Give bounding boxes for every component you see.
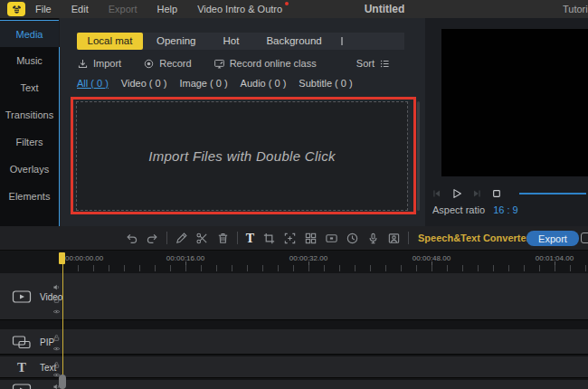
import-icon — [77, 58, 89, 70]
record-label: Record — [159, 58, 191, 69]
tab-background[interactable]: Background — [252, 33, 335, 50]
dropzone-hint-text: Import Files with Double Click — [148, 148, 336, 164]
sidebar-item-media[interactable]: Media — [0, 20, 59, 47]
toolbar-divider — [166, 232, 167, 244]
text-track-icon: T — [12, 360, 32, 375]
text-track-lane[interactable]: T Text — [0, 356, 588, 378]
partial-track-header — [12, 383, 32, 389]
record-online-class-label: Record online class — [230, 58, 317, 69]
menu-bar: File Edit Export Help Video Intro & Outr… — [0, 0, 588, 18]
seek-slider[interactable] — [519, 193, 586, 194]
menu-export: Export — [99, 0, 147, 18]
next-frame-icon[interactable] — [470, 187, 483, 200]
aspect-ratio-label: Aspect ratio — [432, 204, 485, 215]
menu-file[interactable]: File — [25, 0, 62, 18]
app-logo[interactable] — [7, 2, 25, 16]
import-button[interactable]: Import — [77, 58, 121, 70]
portrait-background-icon[interactable] — [387, 232, 401, 245]
video-preview — [441, 29, 588, 176]
aspect-ratio-row: Aspect ratio 16 : 9 — [432, 204, 518, 215]
tab-local-material[interactable]: Local mat — [77, 33, 143, 50]
delete-trash-icon[interactable] — [216, 232, 230, 245]
sort-label: Sort — [356, 58, 375, 69]
zoom-frame-icon[interactable] — [283, 232, 297, 245]
eye-icon[interactable] — [52, 308, 61, 316]
partial-icon[interactable] — [581, 232, 588, 243]
monitor-pencil-icon — [213, 58, 225, 70]
project-title: Untitled — [365, 0, 405, 18]
media-tabstrip: Local mat Opening Hot Background — [77, 33, 404, 50]
tab-opening[interactable]: Opening — [143, 33, 209, 50]
import-label: Import — [93, 58, 121, 69]
volume-icon[interactable] — [52, 283, 61, 291]
timeline-tracks: Video PIP T Text — [0, 273, 588, 389]
ruler-time-label: 00:01:04.00 — [536, 254, 574, 262]
timeline-ruler[interactable]: 00:00:00.00 00:00:16.00 00:00:32.00 00:0… — [0, 251, 588, 273]
aspect-ratio-value[interactable]: 16 : 9 — [493, 204, 518, 215]
record-button[interactable]: Record — [143, 58, 191, 70]
tutorial-link[interactable]: Tutorial — [563, 0, 588, 18]
export-button[interactable]: Export — [526, 231, 579, 246]
import-dropzone[interactable]: Import Files with Double Click — [76, 101, 408, 211]
ruler-time-label: 00:00:48.00 — [413, 254, 450, 262]
sidebar-item-elements[interactable]: Elements — [0, 183, 59, 210]
ruler-time-label: 00:00:00.00 — [65, 254, 103, 262]
menu-edit[interactable]: Edit — [62, 0, 99, 18]
sort-list-icon — [379, 58, 391, 70]
filter-image[interactable]: Image ( 0 ) — [179, 78, 227, 90]
lock-icon[interactable] — [52, 361, 61, 369]
mosaic-icon[interactable] — [304, 232, 318, 245]
sidebar-item-filters[interactable]: Filters — [0, 128, 59, 156]
tab-hot[interactable]: Hot — [209, 33, 252, 50]
undo-icon[interactable] — [125, 232, 138, 245]
playhead-handle[interactable] — [59, 252, 65, 264]
partial-track-icon — [12, 383, 32, 389]
upper-section: Media Music Text Transitions Filters Ove… — [0, 18, 588, 226]
filter-all[interactable]: All ( 0 ) — [77, 78, 109, 90]
video-track-icon — [12, 289, 32, 304]
menu-video-intro-outro[interactable]: Video Intro & Outro — [187, 0, 292, 18]
sidebar-item-music[interactable]: Music — [0, 47, 59, 74]
duration-clock-icon[interactable] — [346, 232, 359, 245]
sidebar-item-text[interactable]: Text — [0, 74, 59, 101]
edit-pencil-icon[interactable] — [175, 232, 188, 245]
video-editor-window: File Edit Export Help Video Intro & Outr… — [0, 0, 588, 389]
video-track-lane[interactable]: Video — [0, 273, 588, 320]
speech-text-converter-button[interactable]: Speech&Text Converter — [418, 226, 530, 251]
lock-icon[interactable] — [52, 296, 61, 304]
previous-frame-icon[interactable] — [431, 187, 443, 200]
notification-dot — [285, 2, 289, 5]
media-panel: Local mat Opening Hot Background Import … — [60, 18, 425, 226]
pip-track-lane[interactable]: PIP — [0, 329, 588, 355]
redo-icon[interactable] — [146, 232, 159, 245]
filter-subtitle[interactable]: Subtitle ( 0 ) — [299, 78, 352, 90]
record-online-class-button[interactable]: Record online class — [213, 58, 317, 70]
tabstrip-divider — [341, 37, 343, 45]
crop-icon[interactable] — [262, 232, 276, 245]
eye-icon[interactable] — [52, 345, 61, 353]
timeline-toolbar: T Speech&Text Converter Export — [0, 226, 588, 251]
bee-logo-icon — [11, 4, 23, 15]
filter-audio[interactable]: Audio ( 0 ) — [241, 78, 287, 90]
sidebar-item-transitions[interactable]: Transitions — [0, 101, 59, 128]
sidebar-item-overlays[interactable]: Overlays — [0, 156, 59, 183]
lock-icon[interactable] — [52, 334, 61, 342]
text-tool-icon[interactable]: T — [245, 232, 255, 245]
split-scissors-icon[interactable] — [195, 232, 209, 245]
toolbar-divider — [408, 232, 409, 244]
menu-help[interactable]: Help — [147, 0, 188, 18]
media-scrollbar[interactable] — [417, 101, 420, 211]
play-icon[interactable] — [450, 187, 463, 200]
voiceover-mic-icon[interactable] — [366, 232, 380, 245]
sidebar: Media Music Text Transitions Filters Ove… — [0, 18, 59, 226]
screen-record-icon[interactable] — [325, 232, 338, 245]
sort-button[interactable]: Sort — [356, 56, 391, 71]
partial-track-lane[interactable] — [0, 380, 588, 389]
timeline-section: T Speech&Text Converter Export 00:00:00.… — [0, 226, 588, 389]
menu-video-intro-outro-label: Video Intro & Outro — [197, 4, 282, 14]
timeline-scrollbar-thumb[interactable] — [59, 375, 66, 389]
stop-icon[interactable] — [490, 187, 503, 200]
toolbar-divider — [237, 232, 238, 244]
pip-track-icon — [12, 335, 32, 349]
filter-video[interactable]: Video ( 0 ) — [121, 78, 167, 90]
